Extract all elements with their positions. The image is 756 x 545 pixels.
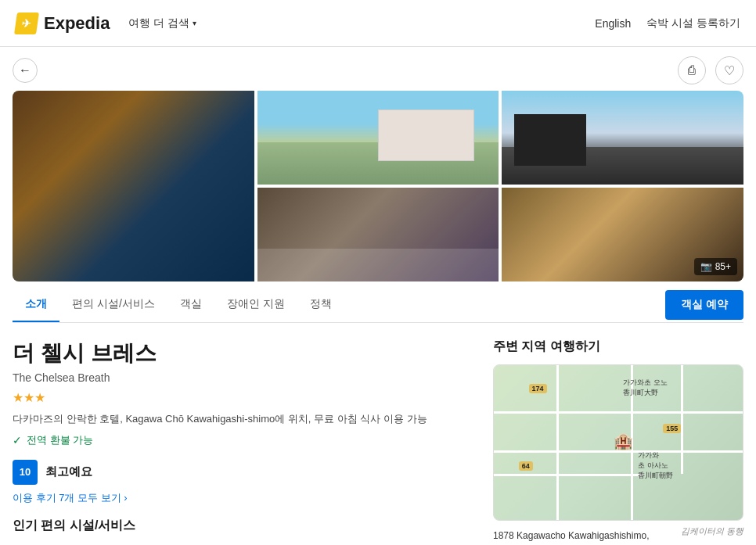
gallery-image-room — [257, 188, 499, 281]
back-button[interactable]: ← — [13, 58, 38, 83]
language-selector[interactable]: English — [595, 17, 631, 30]
register-property-button[interactable]: 숙박 시설 등록하기 — [646, 16, 740, 30]
road-number: 64 — [519, 461, 533, 471]
heart-icon: ♡ — [724, 63, 735, 78]
gallery-main-image — [13, 91, 254, 281]
share-icon: ⎙ — [688, 63, 696, 77]
site-header: ✈ Expedia 여행 더 검색 ▾ English 숙박 시설 등록하기 — [0, 0, 756, 47]
map-area-label: 가가와초 아사노香川町朝野 — [638, 450, 673, 481]
watermark: 김케이터의 동행 — [681, 525, 743, 537]
hotel-map-pin: 🏨 — [614, 432, 633, 450]
nearby-title: 주변 지역 여행하기 — [493, 339, 743, 355]
action-row: ← ⎙ ♡ — [13, 47, 743, 91]
book-room-button[interactable]: 객실 예약 — [665, 290, 743, 320]
share-button[interactable]: ⎙ — [678, 56, 706, 84]
tab-intro[interactable]: 소개 — [13, 288, 59, 322]
map-road — [556, 365, 559, 520]
photo-count-badge[interactable]: 📷 85+ — [694, 258, 737, 275]
wishlist-button[interactable]: ♡ — [715, 56, 743, 84]
tab-rooms[interactable]: 객실 — [167, 288, 214, 322]
tab-accessibility[interactable]: 장애인 지원 — [214, 288, 297, 322]
gallery-image-restaurant: 📷 85+ — [502, 188, 743, 281]
nearby-section: 주변 지역 여행하기 174 64 155 가가와초 오노香川町大野 — [493, 339, 743, 545]
expedia-logo-text: Expedia — [44, 13, 110, 34]
map-background: 174 64 155 가가와초 오노香川町大野 가가와초 아사노香川町朝野 🏨 — [494, 365, 743, 520]
chevron-down-icon: ▾ — [193, 19, 196, 27]
hotel-description: 다카마즈의 안락한 호텔, Kagawa Chō Kawahigashi-shi… — [13, 411, 474, 427]
review-section: 10 최고예요 — [13, 460, 474, 485]
review-label: 최고예요 — [45, 464, 92, 479]
map-road — [494, 450, 743, 453]
check-icon: ✓ — [13, 434, 22, 446]
refund-label: 전역 환불 가능 — [27, 433, 93, 447]
back-icon: ← — [19, 63, 31, 77]
review-link[interactable]: 이용 후기 7개 모두 보기 › — [13, 491, 474, 505]
road-number: 174 — [529, 384, 547, 393]
map-area-label: 가가와초 오노香川町大野 — [623, 378, 668, 398]
tab-amenities[interactable]: 편의 시설/서비스 — [59, 288, 167, 322]
hotel-info: 더 첼시 브레스 The Chelsea Breath ★★★ 다카마즈의 안락… — [13, 339, 474, 545]
gallery-image-exterior2 — [502, 91, 743, 185]
road-number: 155 — [663, 424, 681, 433]
address-line1: 1878 Kagawacho Kawahigashishimo, — [493, 530, 649, 541]
amenities-title: 인기 편의 시설/서비스 — [13, 518, 474, 534]
nav-search-label: 여행 더 검색 — [128, 16, 189, 30]
nav-search[interactable]: 여행 더 검색 ▾ — [128, 16, 196, 30]
main-layout: 더 첼시 브레스 The Chelsea Breath ★★★ 다카마즈의 안락… — [13, 339, 743, 545]
hotel-stars: ★★★ — [13, 390, 474, 405]
photo-gallery[interactable]: 📷 85+ — [13, 91, 743, 281]
map-container[interactable]: 174 64 155 가가와초 오노香川町大野 가가와초 아사노香川町朝野 🏨 — [493, 364, 743, 521]
tab-policy[interactable]: 정책 — [297, 288, 344, 322]
map-road — [494, 411, 743, 414]
main-content: ← ⎙ ♡ 📷 85+ — [0, 47, 756, 545]
camera-icon: 📷 — [700, 261, 712, 272]
gallery-image-exterior1 — [257, 91, 499, 185]
review-score-badge: 10 — [13, 460, 38, 485]
refund-badge: ✓ 전역 환불 가능 — [13, 433, 474, 447]
map-road — [494, 474, 643, 476]
hotel-name-korean: 더 첼시 브레스 — [13, 339, 474, 368]
header-right: English 숙박 시설 등록하기 — [595, 16, 740, 30]
page-tabs: 소개 편의 시설/서비스 객실 장애인 지원 정책 객실 예약 — [13, 288, 743, 323]
logo-area[interactable]: ✈ Expedia — [16, 13, 110, 34]
map-road — [681, 365, 683, 474]
action-icons: ⎙ ♡ — [678, 56, 743, 84]
hotel-name-english: The Chelsea Breath — [13, 371, 474, 384]
photo-count-label: 85+ — [715, 261, 731, 272]
expedia-logo-icon: ✈ — [14, 13, 39, 34]
